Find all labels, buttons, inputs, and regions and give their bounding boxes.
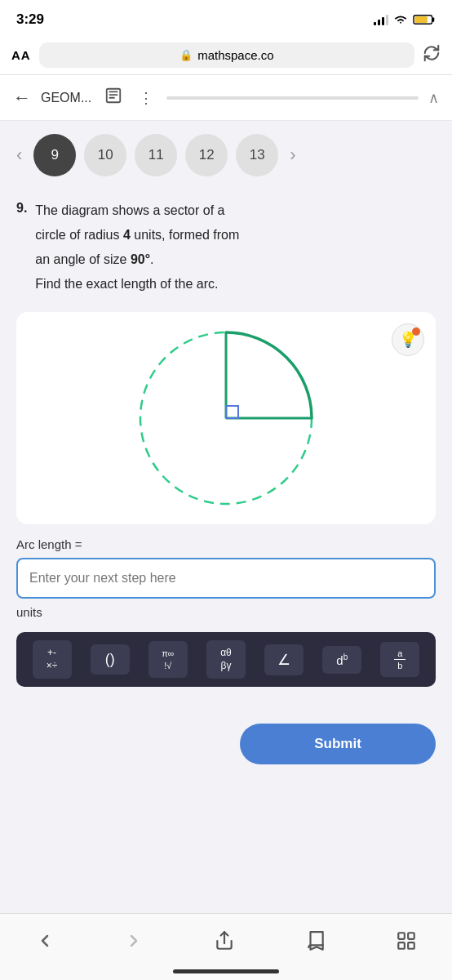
status-icons bbox=[374, 14, 436, 25]
battery-icon bbox=[413, 14, 436, 25]
tab-9[interactable]: 9 bbox=[33, 134, 76, 176]
svg-rect-13 bbox=[408, 933, 414, 939]
kbd-angle-button[interactable]: ∠ bbox=[264, 644, 304, 675]
ios-tabs-icon bbox=[396, 930, 417, 951]
question-area: 9. The diagram shows a sector of a circl… bbox=[0, 185, 452, 524]
units-label: units bbox=[16, 605, 436, 619]
browser-bar: AA 🔒 mathspace.co bbox=[0, 36, 452, 75]
tab-13[interactable]: 13 bbox=[236, 134, 278, 176]
bottom-spacer: Submit bbox=[0, 719, 452, 768]
nav-collapse-button[interactable]: ∧ bbox=[428, 89, 439, 107]
tab-12[interactable]: 12 bbox=[185, 134, 228, 176]
tab-10[interactable]: 10 bbox=[84, 134, 126, 176]
kbd-power-button[interactable]: db bbox=[322, 646, 361, 674]
notebook-icon bbox=[104, 87, 122, 105]
ios-forward-icon bbox=[124, 931, 144, 951]
ios-share-icon bbox=[214, 930, 235, 951]
nav-bar: ← GEOM... ⋮ ∧ bbox=[0, 75, 452, 121]
nav-notebook-button[interactable] bbox=[101, 85, 126, 110]
ios-forward-button[interactable] bbox=[113, 924, 155, 957]
kbd-arithmetic-button[interactable]: +-×÷ bbox=[33, 640, 72, 679]
refresh-icon bbox=[423, 44, 441, 62]
ios-tabs-button[interactable] bbox=[384, 924, 428, 958]
kbd-special-button[interactable]: π∞!√ bbox=[148, 641, 188, 678]
diagram-container: 💡 bbox=[16, 312, 436, 524]
signal-bars-icon bbox=[374, 14, 388, 25]
kbd-parentheses-button[interactable]: () bbox=[91, 644, 130, 675]
ios-back-button[interactable] bbox=[24, 924, 66, 957]
tab-11[interactable]: 11 bbox=[135, 134, 177, 176]
hint-notification-dot bbox=[412, 327, 420, 336]
tab-next-button[interactable]: › bbox=[286, 145, 299, 166]
svg-rect-14 bbox=[408, 942, 414, 949]
svg-rect-2 bbox=[414, 16, 428, 23]
status-time: 3:29 bbox=[16, 11, 44, 28]
arc-length-label: Arc length = bbox=[16, 537, 436, 551]
nav-progress-bar bbox=[166, 96, 419, 100]
ios-back-icon bbox=[35, 931, 55, 951]
wifi-icon bbox=[393, 14, 408, 25]
question-text-line1: The diagram shows a sector of a bbox=[35, 201, 239, 220]
svg-rect-15 bbox=[398, 942, 405, 949]
ios-share-button[interactable] bbox=[202, 924, 246, 958]
question-text-line2: circle of radius 4 units, formed from bbox=[35, 225, 239, 245]
answer-section: Arc length = units +-×÷ () π∞!√ αθβγ ∠ d… bbox=[0, 537, 452, 719]
ios-bookmarks-button[interactable] bbox=[294, 924, 338, 958]
sector-diagram bbox=[120, 328, 332, 508]
tab-prev-button[interactable]: ‹ bbox=[13, 145, 25, 166]
ios-bookmarks-icon bbox=[305, 930, 326, 951]
math-keyboard: +-×÷ () π∞!√ αθβγ ∠ db a b bbox=[16, 632, 436, 687]
nav-more-button[interactable]: ⋮ bbox=[135, 87, 157, 109]
question-tabs: ‹ 9 10 11 12 13 › bbox=[0, 121, 452, 185]
browser-aa-label[interactable]: AA bbox=[11, 48, 31, 62]
question-text-line3: an angle of size 90°. bbox=[35, 250, 239, 270]
hint-button[interactable]: 💡 bbox=[392, 323, 424, 356]
question-number: 9. bbox=[16, 201, 27, 216]
lock-icon: 🔒 bbox=[179, 49, 193, 61]
kbd-fraction-button[interactable]: a b bbox=[380, 642, 419, 677]
browser-url-box[interactable]: 🔒 mathspace.co bbox=[39, 42, 414, 68]
nav-title: GEOM... bbox=[41, 91, 91, 105]
answer-input[interactable] bbox=[16, 558, 436, 599]
nav-back-button[interactable]: ← bbox=[13, 87, 31, 109]
submit-button[interactable]: Submit bbox=[240, 724, 436, 764]
svg-rect-1 bbox=[432, 17, 435, 21]
svg-rect-10 bbox=[226, 406, 238, 418]
svg-rect-12 bbox=[398, 933, 405, 939]
question-instruction: Find the exact length of the arc. bbox=[35, 274, 239, 294]
kbd-greek-button[interactable]: αθβγ bbox=[206, 640, 246, 679]
home-indicator bbox=[173, 969, 279, 973]
browser-url: mathspace.co bbox=[197, 48, 273, 62]
refresh-button[interactable] bbox=[423, 44, 441, 66]
status-bar: 3:29 bbox=[0, 0, 452, 36]
submit-label: Submit bbox=[314, 736, 361, 752]
